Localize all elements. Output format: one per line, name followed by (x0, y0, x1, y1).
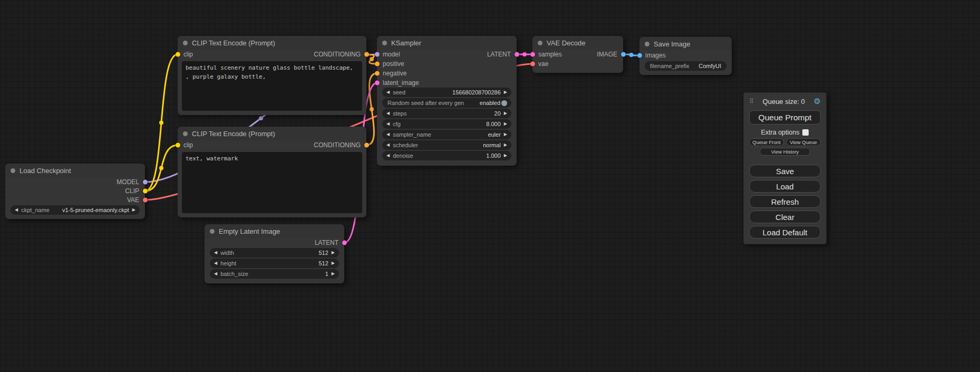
decrement-arrow-icon[interactable]: ◀ (386, 90, 390, 94)
node-save-image[interactable]: Save Image images filename_prefix ComfyU… (639, 37, 732, 75)
queue-front-button[interactable]: Queue Front (749, 138, 784, 146)
output-slot-image[interactable]: IMAGE (597, 50, 623, 59)
increment-arrow-icon[interactable]: ▶ (132, 208, 135, 212)
latent-output-dot[interactable] (342, 241, 347, 245)
toggle-dot[interactable] (501, 100, 507, 106)
widget-denoise[interactable]: ◀ denoise 1.000 ▶ (382, 151, 511, 160)
widget-steps[interactable]: ◀ steps 20 ▶ (382, 109, 511, 118)
output-slot-conditioning[interactable]: CONDITIONING (314, 50, 366, 59)
input-slot-vae[interactable]: vae (532, 59, 548, 69)
increment-arrow-icon[interactable]: ▶ (332, 272, 335, 276)
increment-arrow-icon[interactable]: ▶ (504, 122, 507, 126)
node-load-checkpoint[interactable]: Load Checkpoint MODEL CLIP VAE ◀ ckpt_na… (5, 164, 145, 219)
decrement-arrow-icon[interactable]: ◀ (386, 111, 390, 116)
increment-arrow-icon[interactable]: ▶ (504, 154, 507, 158)
decrement-arrow-icon[interactable]: ◀ (386, 154, 390, 158)
collapse-dot-icon[interactable] (183, 41, 188, 45)
drag-handle-icon[interactable]: ⠿ (749, 98, 754, 105)
conditioning-output-dot[interactable] (364, 143, 369, 148)
view-history-button[interactable]: View History (760, 148, 810, 156)
decrement-arrow-icon[interactable]: ◀ (386, 122, 390, 126)
collapse-dot-icon[interactable] (183, 131, 188, 136)
positive-input-dot[interactable] (375, 62, 380, 66)
node-clip-positive-titlebar[interactable]: CLIP Text Encode (Prompt) (178, 36, 366, 50)
collapse-dot-icon[interactable] (645, 42, 649, 46)
increment-arrow-icon[interactable]: ▶ (504, 132, 507, 137)
node-vae-decode-titlebar[interactable]: VAE Decode (532, 36, 623, 50)
model-output-dot[interactable] (143, 180, 148, 185)
latent-image-input-dot[interactable] (375, 81, 380, 85)
output-slot-vae[interactable]: VAE (127, 195, 145, 205)
clip-input-dot[interactable] (176, 52, 180, 57)
node-ksampler-titlebar[interactable]: KSampler (377, 36, 517, 50)
output-slot-clip[interactable]: CLIP (125, 186, 145, 196)
decrement-arrow-icon[interactable]: ◀ (214, 251, 217, 255)
increment-arrow-icon[interactable]: ▶ (504, 143, 507, 147)
gear-icon[interactable]: ⚙ (814, 97, 821, 106)
load-default-button[interactable]: Load Default (749, 226, 821, 239)
input-slot-images[interactable]: images (639, 51, 666, 60)
widget-random-seed-toggle[interactable]: Random seed after every gen enabled (382, 98, 511, 108)
node-load-checkpoint-titlebar[interactable]: Load Checkpoint (5, 164, 145, 177)
decrement-arrow-icon[interactable]: ◀ (214, 272, 217, 276)
increment-arrow-icon[interactable]: ▶ (504, 90, 507, 94)
widget-ckpt-name[interactable]: ◀ ckpt_name v1-5-pruned-emaonly.ckpt ▶ (11, 205, 140, 215)
decrement-arrow-icon[interactable]: ◀ (214, 261, 217, 265)
node-clip-negative-titlebar[interactable]: CLIP Text Encode (Prompt) (178, 127, 366, 140)
widget-batch-size[interactable]: ◀ batch_size 1 ▶ (210, 269, 339, 279)
vae-input-dot[interactable] (530, 62, 535, 66)
widget-scheduler[interactable]: ◀ scheduler normal ▶ (382, 140, 511, 150)
extra-options-checkbox[interactable] (802, 129, 809, 136)
negative-prompt-textarea[interactable]: text, watermark (182, 152, 362, 213)
input-slot-clip[interactable]: clip (178, 50, 193, 59)
output-slot-model[interactable]: MODEL (117, 177, 145, 187)
decrement-arrow-icon[interactable]: ◀ (15, 208, 18, 212)
save-button[interactable]: Save (749, 165, 821, 177)
input-slot-negative[interactable]: negative (377, 69, 406, 78)
input-slot-clip[interactable]: clip (178, 140, 193, 150)
increment-arrow-icon[interactable]: ▶ (504, 111, 507, 116)
negative-input-dot[interactable] (375, 71, 380, 76)
model-input-dot[interactable] (375, 52, 380, 57)
queue-prompt-button[interactable]: Queue Prompt (749, 110, 821, 125)
node-clip-text-encode-positive[interactable]: CLIP Text Encode (Prompt) clip CONDITION… (178, 36, 366, 115)
node-empty-latent-image[interactable]: Empty Latent Image LATENT ◀ width 512 ▶ … (205, 224, 344, 283)
node-save-image-titlebar[interactable]: Save Image (639, 37, 732, 51)
widget-cfg[interactable]: ◀ cfg 8.000 ▶ (382, 119, 511, 129)
input-slot-samples[interactable]: samples (532, 50, 562, 59)
output-slot-latent[interactable]: LATENT (315, 238, 344, 247)
collapse-dot-icon[interactable] (210, 229, 215, 234)
collapse-dot-icon[interactable] (382, 41, 387, 45)
widget-sampler-name[interactable]: ◀ sampler_name euler ▶ (382, 130, 511, 139)
load-button[interactable]: Load (749, 180, 821, 193)
node-vae-decode[interactable]: VAE Decode samples vae IMAGE (532, 36, 623, 73)
view-queue-button[interactable]: View Queue (786, 138, 821, 146)
node-empty-latent-titlebar[interactable]: Empty Latent Image (205, 224, 344, 238)
images-input-dot[interactable] (637, 53, 642, 58)
node-clip-text-encode-negative[interactable]: CLIP Text Encode (Prompt) clip CONDITION… (178, 127, 366, 217)
output-slot-conditioning[interactable]: CONDITIONING (314, 140, 366, 150)
node-ksampler[interactable]: KSampler model positive negative latent_… (377, 36, 517, 166)
clip-output-dot[interactable] (143, 189, 148, 194)
vae-output-dot[interactable] (143, 198, 148, 203)
input-slot-latent-image[interactable]: latent_image (377, 78, 419, 88)
increment-arrow-icon[interactable]: ▶ (332, 251, 335, 255)
conditioning-output-dot[interactable] (364, 52, 369, 57)
widget-filename-prefix[interactable]: filename_prefix ComfyUI (645, 61, 726, 71)
decrement-arrow-icon[interactable]: ◀ (386, 143, 390, 147)
latent-output-dot[interactable] (515, 52, 519, 57)
refresh-button[interactable]: Refresh (749, 195, 821, 208)
samples-input-dot[interactable] (530, 52, 535, 57)
image-output-dot[interactable] (621, 52, 626, 57)
input-slot-model[interactable]: model (377, 50, 400, 59)
input-slot-positive[interactable]: positive (377, 59, 404, 69)
clip-input-dot[interactable] (176, 143, 180, 148)
increment-arrow-icon[interactable]: ▶ (332, 261, 335, 265)
collapse-dot-icon[interactable] (11, 168, 15, 173)
collapse-dot-icon[interactable] (538, 41, 542, 45)
widget-height[interactable]: ◀ height 512 ▶ (210, 259, 339, 268)
widget-width[interactable]: ◀ width 512 ▶ (210, 248, 339, 257)
widget-seed[interactable]: ◀ seed 156680208700286 ▶ (382, 88, 511, 97)
output-slot-latent[interactable]: LATENT (487, 50, 517, 59)
clear-button[interactable]: Clear (749, 211, 821, 223)
